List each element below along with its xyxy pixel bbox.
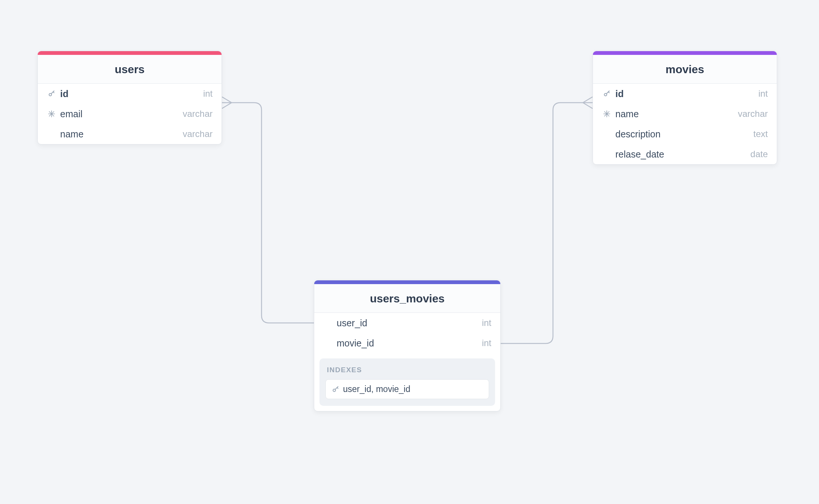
key-icon [47, 90, 56, 97]
column-row[interactable]: user_id int [314, 313, 500, 333]
erd-canvas[interactable]: users id int email varchar name [0, 0, 819, 504]
snowflake-icon [47, 110, 56, 118]
column-type: text [753, 129, 768, 139]
column-name: name [60, 129, 84, 140]
indexes-label: INDEXES [327, 366, 488, 374]
column-name: relase_date [615, 149, 664, 160]
column-name: user_id [337, 318, 367, 329]
column-row[interactable]: email varchar [38, 104, 222, 124]
index-item[interactable]: user_id, movie_id [325, 379, 489, 399]
column-type: int [758, 88, 768, 99]
column-row[interactable]: relase_date date [593, 144, 777, 164]
table-users-movies[interactable]: users_movies user_id int movie_id int IN… [314, 280, 501, 411]
indexes-section: INDEXES user_id, movie_id [319, 358, 495, 406]
column-row[interactable]: movie_id int [314, 333, 500, 353]
column-row[interactable]: id int [593, 84, 777, 104]
column-type: int [203, 88, 213, 99]
table-accent-users-movies [314, 280, 500, 284]
column-type: int [482, 318, 491, 328]
table-users[interactable]: users id int email varchar name [37, 51, 222, 144]
column-type: varchar [738, 109, 768, 119]
table-title-users: users [38, 55, 222, 84]
column-type: int [482, 338, 491, 348]
column-name: name [615, 109, 639, 119]
column-type: varchar [183, 129, 213, 139]
table-accent-movies [593, 51, 777, 55]
column-row[interactable]: description text [593, 124, 777, 144]
column-row[interactable]: id int [38, 84, 222, 104]
column-name: movie_id [337, 338, 374, 349]
column-name: description [615, 129, 661, 140]
key-icon [602, 90, 612, 97]
column-row[interactable]: name varchar [38, 124, 222, 144]
table-movies[interactable]: movies id int name varchar descrip [593, 51, 777, 165]
table-title-users-movies: users_movies [314, 284, 500, 313]
column-type: date [750, 149, 768, 159]
column-row[interactable]: name varchar [593, 104, 777, 124]
table-title-movies: movies [593, 55, 777, 84]
table-accent-users [38, 51, 222, 55]
index-text: user_id, movie_id [343, 384, 410, 394]
column-type: varchar [183, 109, 213, 119]
key-icon [332, 386, 339, 393]
column-name: id [615, 88, 624, 99]
snowflake-icon [602, 110, 612, 118]
column-name: email [60, 109, 83, 119]
column-name: id [60, 88, 68, 99]
